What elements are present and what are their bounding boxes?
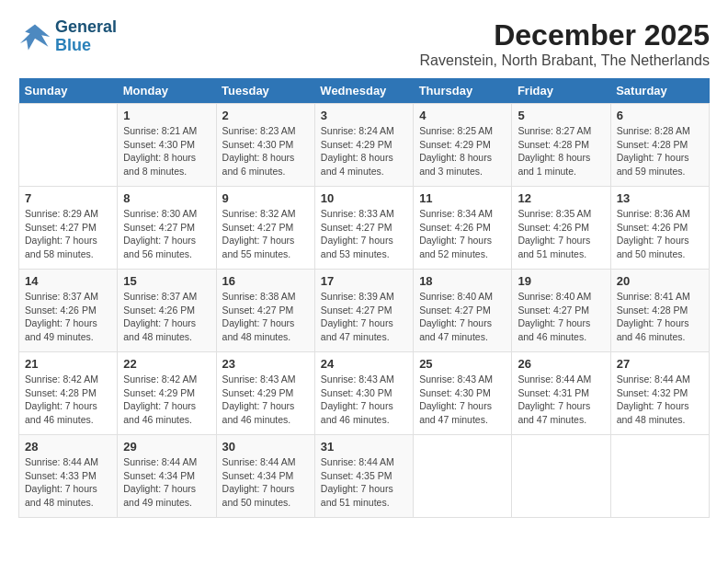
week-row-4: 21Sunrise: 8:42 AM Sunset: 4:28 PM Dayli… xyxy=(19,352,710,435)
day-number: 22 xyxy=(123,357,210,371)
day-info: Sunrise: 8:43 AM Sunset: 4:30 PM Dayligh… xyxy=(321,373,407,427)
calendar-cell: 3Sunrise: 8:24 AM Sunset: 4:29 PM Daylig… xyxy=(314,104,413,187)
day-number: 29 xyxy=(123,440,210,454)
calendar-cell: 6Sunrise: 8:28 AM Sunset: 4:28 PM Daylig… xyxy=(610,104,709,187)
header-cell-thursday: Thursday xyxy=(414,78,512,104)
day-number: 28 xyxy=(25,440,111,454)
day-number: 8 xyxy=(123,191,210,205)
calendar-cell: 15Sunrise: 8:37 AM Sunset: 4:26 PM Dayli… xyxy=(118,270,216,352)
calendar-cell: 17Sunrise: 8:39 AM Sunset: 4:27 PM Dayli… xyxy=(314,270,413,352)
day-number: 18 xyxy=(419,274,506,288)
calendar-cell: 7Sunrise: 8:29 AM Sunset: 4:27 PM Daylig… xyxy=(19,187,118,270)
day-info: Sunrise: 8:21 AM Sunset: 4:30 PM Dayligh… xyxy=(123,124,210,178)
svg-marker-0 xyxy=(20,24,50,50)
calendar-cell: 24Sunrise: 8:43 AM Sunset: 4:30 PM Dayli… xyxy=(314,352,413,435)
calendar-header: SundayMondayTuesdayWednesdayThursdayFrid… xyxy=(19,78,710,104)
day-number: 5 xyxy=(518,109,604,122)
day-info: Sunrise: 8:35 AM Sunset: 4:26 PM Dayligh… xyxy=(518,207,604,261)
calendar-cell: 10Sunrise: 8:33 AM Sunset: 4:27 PM Dayli… xyxy=(314,187,413,270)
calendar-cell: 31Sunrise: 8:44 AM Sunset: 4:35 PM Dayli… xyxy=(314,435,413,518)
calendar-body: 1Sunrise: 8:21 AM Sunset: 4:30 PM Daylig… xyxy=(19,104,710,518)
day-info: Sunrise: 8:44 AM Sunset: 4:35 PM Dayligh… xyxy=(321,455,407,510)
calendar-cell: 27Sunrise: 8:44 AM Sunset: 4:32 PM Dayli… xyxy=(610,352,709,435)
calendar-cell: 30Sunrise: 8:44 AM Sunset: 4:34 PM Dayli… xyxy=(216,435,314,518)
day-number: 31 xyxy=(321,440,407,454)
calendar-cell: 18Sunrise: 8:40 AM Sunset: 4:27 PM Dayli… xyxy=(414,270,512,352)
week-row-3: 14Sunrise: 8:37 AM Sunset: 4:26 PM Dayli… xyxy=(19,270,710,352)
day-info: Sunrise: 8:32 AM Sunset: 4:27 PM Dayligh… xyxy=(222,207,309,261)
header-cell-friday: Friday xyxy=(512,78,610,104)
calendar-cell: 19Sunrise: 8:40 AM Sunset: 4:27 PM Dayli… xyxy=(512,270,610,352)
day-info: Sunrise: 8:44 AM Sunset: 4:33 PM Dayligh… xyxy=(25,455,111,510)
day-info: Sunrise: 8:38 AM Sunset: 4:27 PM Dayligh… xyxy=(222,290,309,344)
day-info: Sunrise: 8:42 AM Sunset: 4:29 PM Dayligh… xyxy=(123,373,210,427)
day-info: Sunrise: 8:34 AM Sunset: 4:26 PM Dayligh… xyxy=(419,207,506,261)
calendar-cell: 12Sunrise: 8:35 AM Sunset: 4:26 PM Dayli… xyxy=(512,187,610,270)
calendar-cell: 25Sunrise: 8:43 AM Sunset: 4:30 PM Dayli… xyxy=(414,352,512,435)
calendar-cell: 8Sunrise: 8:30 AM Sunset: 4:27 PM Daylig… xyxy=(118,187,216,270)
calendar-table: SundayMondayTuesdayWednesdayThursdayFrid… xyxy=(18,78,710,518)
calendar-cell: 22Sunrise: 8:42 AM Sunset: 4:29 PM Dayli… xyxy=(118,352,216,435)
calendar-cell xyxy=(414,435,512,518)
calendar-cell: 1Sunrise: 8:21 AM Sunset: 4:30 PM Daylig… xyxy=(118,104,216,187)
day-info: Sunrise: 8:29 AM Sunset: 4:27 PM Dayligh… xyxy=(25,207,111,261)
calendar-cell xyxy=(610,435,709,518)
day-info: Sunrise: 8:41 AM Sunset: 4:28 PM Dayligh… xyxy=(617,290,703,344)
calendar-cell: 23Sunrise: 8:43 AM Sunset: 4:29 PM Dayli… xyxy=(216,352,314,435)
day-info: Sunrise: 8:39 AM Sunset: 4:27 PM Dayligh… xyxy=(321,290,407,344)
header-cell-tuesday: Tuesday xyxy=(216,78,314,104)
day-number: 1 xyxy=(123,109,210,122)
calendar-cell: 2Sunrise: 8:23 AM Sunset: 4:30 PM Daylig… xyxy=(216,104,314,187)
day-number: 12 xyxy=(518,191,604,205)
calendar-cell: 4Sunrise: 8:25 AM Sunset: 4:29 PM Daylig… xyxy=(414,104,512,187)
day-number: 16 xyxy=(222,274,309,288)
day-info: Sunrise: 8:43 AM Sunset: 4:29 PM Dayligh… xyxy=(222,373,309,427)
header-cell-saturday: Saturday xyxy=(610,78,709,104)
title-block: December 2025 Ravenstein, North Brabant,… xyxy=(420,18,710,69)
day-number: 13 xyxy=(617,191,703,205)
day-info: Sunrise: 8:28 AM Sunset: 4:28 PM Dayligh… xyxy=(617,124,703,178)
week-row-5: 28Sunrise: 8:44 AM Sunset: 4:33 PM Dayli… xyxy=(19,435,710,518)
location-title: Ravenstein, North Brabant, The Netherlan… xyxy=(420,52,710,69)
day-info: Sunrise: 8:30 AM Sunset: 4:27 PM Dayligh… xyxy=(123,207,210,261)
day-info: Sunrise: 8:40 AM Sunset: 4:27 PM Dayligh… xyxy=(518,290,604,344)
day-number: 30 xyxy=(222,440,309,454)
calendar-cell: 9Sunrise: 8:32 AM Sunset: 4:27 PM Daylig… xyxy=(216,187,314,270)
day-info: Sunrise: 8:42 AM Sunset: 4:28 PM Dayligh… xyxy=(25,373,111,427)
logo: General Blue xyxy=(18,18,117,55)
day-number: 9 xyxy=(222,191,309,205)
calendar-cell: 21Sunrise: 8:42 AM Sunset: 4:28 PM Dayli… xyxy=(19,352,118,435)
day-info: Sunrise: 8:44 AM Sunset: 4:34 PM Dayligh… xyxy=(222,455,309,510)
day-number: 23 xyxy=(222,357,309,371)
calendar-cell: 16Sunrise: 8:38 AM Sunset: 4:27 PM Dayli… xyxy=(216,270,314,352)
header-cell-wednesday: Wednesday xyxy=(314,78,413,104)
day-number: 15 xyxy=(123,274,210,288)
day-number: 4 xyxy=(419,109,506,122)
day-number: 20 xyxy=(617,274,703,288)
day-number: 11 xyxy=(419,191,506,205)
calendar-cell: 26Sunrise: 8:44 AM Sunset: 4:31 PM Dayli… xyxy=(512,352,610,435)
day-info: Sunrise: 8:44 AM Sunset: 4:34 PM Dayligh… xyxy=(123,455,210,510)
day-number: 3 xyxy=(321,109,407,122)
day-number: 2 xyxy=(222,109,309,122)
calendar-cell xyxy=(19,104,118,187)
logo-icon xyxy=(18,20,51,53)
calendar-cell: 20Sunrise: 8:41 AM Sunset: 4:28 PM Dayli… xyxy=(610,270,709,352)
day-info: Sunrise: 8:24 AM Sunset: 4:29 PM Dayligh… xyxy=(321,124,407,178)
day-info: Sunrise: 8:44 AM Sunset: 4:31 PM Dayligh… xyxy=(518,373,604,427)
day-info: Sunrise: 8:36 AM Sunset: 4:26 PM Dayligh… xyxy=(617,207,703,261)
day-number: 19 xyxy=(518,274,604,288)
day-info: Sunrise: 8:44 AM Sunset: 4:32 PM Dayligh… xyxy=(617,373,703,427)
day-number: 17 xyxy=(321,274,407,288)
day-number: 21 xyxy=(25,357,111,371)
calendar-cell: 11Sunrise: 8:34 AM Sunset: 4:26 PM Dayli… xyxy=(414,187,512,270)
day-info: Sunrise: 8:23 AM Sunset: 4:30 PM Dayligh… xyxy=(222,124,309,178)
calendar-cell: 28Sunrise: 8:44 AM Sunset: 4:33 PM Dayli… xyxy=(19,435,118,518)
day-number: 26 xyxy=(518,357,604,371)
logo-text: General Blue xyxy=(55,18,117,55)
day-info: Sunrise: 8:40 AM Sunset: 4:27 PM Dayligh… xyxy=(419,290,506,344)
day-number: 14 xyxy=(25,274,111,288)
day-info: Sunrise: 8:33 AM Sunset: 4:27 PM Dayligh… xyxy=(321,207,407,261)
day-number: 6 xyxy=(617,109,703,122)
calendar-cell: 5Sunrise: 8:27 AM Sunset: 4:28 PM Daylig… xyxy=(512,104,610,187)
